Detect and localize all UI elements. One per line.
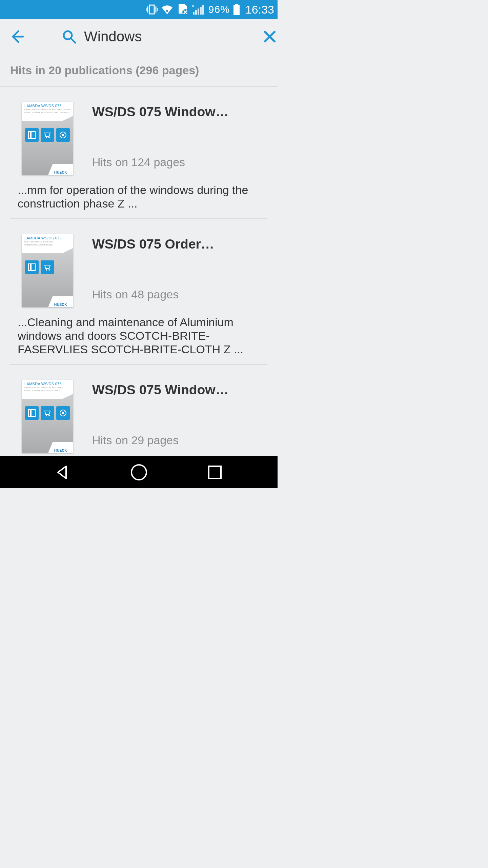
thumb-title: LAMBDA WS/DS 075 [24,236,70,240]
status-icons: × 96% 16:33 [146,3,274,16]
svg-rect-11 [195,10,197,15]
svg-text:×: × [191,4,194,9]
clear-search-button[interactable] [263,27,277,46]
thumb-title: LAMBDA WS/DS 075 [24,382,70,386]
nav-home-button[interactable] [125,459,152,486]
nav-recent-button[interactable] [201,459,228,486]
vibrate-icon [146,4,158,15]
results-list[interactable]: LAMBDA WS/DS 075 KATALOG FENSTERBESCHLÄG… [0,87,278,456]
svg-point-32 [46,415,47,416]
battery-percent: 96% [208,4,230,15]
svg-rect-31 [31,410,35,416]
svg-rect-26 [28,264,30,271]
brand-label: HUECK [54,449,67,452]
svg-point-29 [48,269,50,271]
thumb-title: LAMBDA WS/DS 075 [24,104,70,108]
status-bar: × 96% 16:33 [0,0,278,19]
svg-rect-0 [149,5,154,14]
thumb-subtitle: KATALOG FENSTERBESCHLÄGE HUECK GEN 4.0 [24,108,70,111]
svg-rect-27 [31,264,35,271]
result-hits: Hits on 29 pages [92,434,267,447]
svg-point-23 [46,137,47,138]
result-hits: Hits on 48 pages [92,288,267,301]
result-title: WS/DS 075 Window… [92,104,267,119]
thumb-subtitle: CATALOG WINDOW FITTINGS HUECK GEN 4.0 [24,112,70,114]
result-snippet: ...mm for operation of the windows durin… [10,183,267,210]
svg-rect-21 [28,132,30,138]
svg-point-5 [166,10,168,12]
svg-rect-10 [193,12,195,15]
thumb-cart-icon [41,406,54,420]
nav-back-button[interactable] [49,459,76,486]
result-item[interactable]: LAMBDA WS/DS 075 KATALOG FENSTERBESCHLÄG… [0,365,278,453]
result-hits: Hits on 124 pages [92,156,267,169]
search-input[interactable] [77,28,263,45]
svg-rect-30 [28,410,30,416]
brand-label: HUECK [54,303,67,307]
thumb-subtitle: ORDER CATALOG WINDOWS [24,244,70,246]
hits-summary: Hits in 20 publications (296 pages) [0,54,278,87]
result-thumbnail: LAMBDA WS/DS 075 BESTELLKATALOG FENSTER … [22,234,73,307]
sim-error-icon [177,4,188,15]
app-bar [0,19,278,54]
result-item[interactable]: LAMBDA WS/DS 075 KATALOG FENSTERBESCHLÄG… [0,87,278,218]
result-thumbnail: LAMBDA WS/DS 075 KATALOG FENSTERBESCHLÄG… [22,102,73,175]
svg-rect-16 [233,5,240,15]
result-thumbnail: LAMBDA WS/DS 075 KATALOG FENSTERBESCHLÄG… [22,380,73,453]
svg-point-24 [48,137,50,138]
thumb-subtitle: CATALOG WINDOW FITTINGS ROTO [24,390,70,392]
svg-rect-13 [200,7,202,15]
svg-rect-22 [31,132,35,138]
brand-label: HUECK [54,171,67,174]
thumb-fitting-icon [56,128,70,142]
svg-rect-36 [209,466,221,478]
thumb-window-icon [25,128,39,142]
thumb-window-icon [25,406,39,420]
result-title: WS/DS 075 Order… [92,237,267,252]
svg-point-33 [48,415,50,416]
result-title: WS/DS 075 Window… [92,382,267,397]
svg-point-28 [46,269,47,271]
battery-icon [233,4,240,15]
thumb-fitting-icon [56,406,70,420]
result-snippet: ...Cleaning and maintenance of Aluminium… [10,315,267,356]
svg-point-35 [131,465,146,480]
svg-line-18 [71,38,75,43]
signal-icon: × [191,4,205,15]
svg-rect-14 [202,5,204,15]
result-item[interactable]: LAMBDA WS/DS 075 BESTELLKATALOG FENSTER … [0,219,278,364]
svg-rect-15 [235,4,238,5]
thumb-cart-icon [41,128,54,142]
thumb-window-icon [25,260,39,274]
thumb-subtitle: BESTELLKATALOG FENSTER [24,241,70,243]
status-time: 16:33 [245,3,274,16]
back-button[interactable] [9,27,24,46]
thumb-cart-icon [41,260,54,274]
wifi-icon [161,5,173,14]
thumb-subtitle: KATALOG FENSTERBESCHLÄGE ROTO [24,387,70,389]
android-nav-bar [0,456,278,488]
svg-rect-12 [198,8,199,15]
search-icon [62,27,77,46]
